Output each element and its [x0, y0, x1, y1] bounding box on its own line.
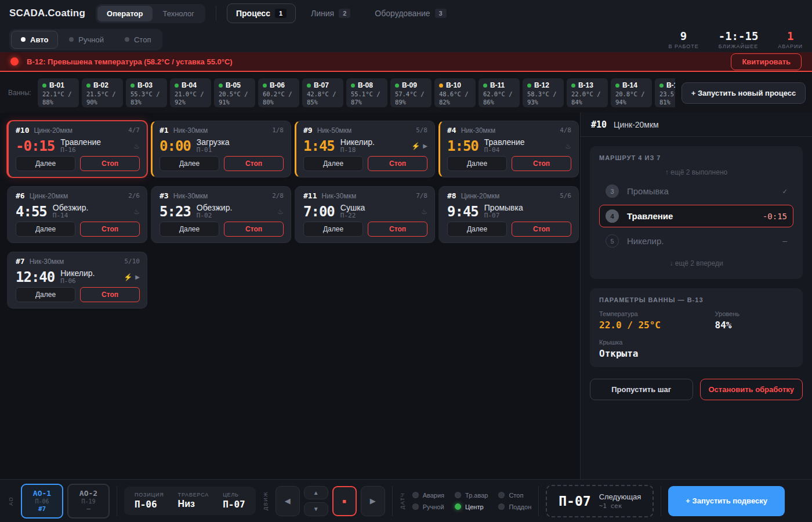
- process-card-body: 4:55 Обезжир. П-14 ♨ ⚡ ▶: [16, 201, 140, 222]
- process-step-name: Обезжир.: [53, 203, 89, 212]
- bath-id-row: B-14: [615, 81, 647, 89]
- lightning-icon: ⚡: [411, 142, 420, 150]
- process-card-body: 12:40 Никелир. П-06 ♨ ⚡ ▶: [16, 267, 140, 287]
- bath-card[interactable]: B-05 20.5°C / 91%: [214, 78, 255, 107]
- bath-status-icon: [219, 84, 223, 88]
- skip-step-button[interactable]: Пропустить шаг: [590, 379, 693, 400]
- bath-card[interactable]: B-07 42.8°C / 85%: [302, 78, 343, 107]
- process-card[interactable]: #4 Ник-30мкм 4/8 1:50 Травление П-04 ♨ ⚡: [438, 121, 579, 177]
- process-card[interactable]: #6 Цинк-20мкм 2/6 4:55 Обезжир. П-14 ♨ ⚡: [7, 186, 147, 243]
- carrier-card[interactable]: АО-1 П-06 #7: [21, 484, 63, 519]
- mode-label: Авто: [30, 35, 48, 44]
- new-process-button[interactable]: + Запустить новый процесс: [682, 82, 806, 104]
- stop-process-button[interactable]: Стоп: [224, 222, 284, 237]
- next-step-button[interactable]: Далее: [303, 156, 363, 171]
- header-divider: [216, 6, 216, 21]
- route-step: 3 Промывка ✓: [599, 180, 793, 202]
- stop-process-button[interactable]: Стоп: [224, 156, 284, 171]
- process-position: П-16: [60, 147, 101, 154]
- nav-tab[interactable]: Процесс 1: [227, 3, 296, 23]
- halt-processing-button[interactable]: Остановить обработку: [700, 379, 803, 400]
- stop-process-button[interactable]: Стоп: [80, 156, 140, 171]
- next-step-button[interactable]: Далее: [447, 156, 507, 171]
- next-step-button[interactable]: Далее: [160, 222, 219, 237]
- launch-carrier-button[interactable]: + Запустить подвеску: [668, 486, 785, 516]
- process-progress: 7/8: [416, 192, 427, 200]
- process-id: #4: [447, 126, 456, 135]
- next-step-button[interactable]: Далее: [303, 222, 363, 237]
- bath-card[interactable]: B-14 20.8°C / 94%: [611, 78, 652, 107]
- nav-tab-label: Оборудование: [375, 9, 430, 18]
- bath-card[interactable]: B-03 55.3°C / 83%: [126, 78, 167, 107]
- process-card[interactable]: #3 Ник-30мкм 2/8 5:23 Обезжир. П-02 ♨ ⚡: [151, 186, 291, 243]
- bath-card[interactable]: B-10 48.6°C / 82%: [434, 78, 476, 107]
- bath-status-icon: [130, 84, 135, 88]
- carrier-card[interactable]: АО-2 П-19 —: [67, 484, 110, 519]
- stop-process-button[interactable]: Стоп: [80, 222, 140, 237]
- move-down-button[interactable]: ▼: [304, 502, 328, 516]
- bath-card[interactable]: B-12 58.3°C / 93%: [523, 78, 564, 107]
- bath-card[interactable]: B-09 57.4°C / 89%: [390, 78, 432, 107]
- next-step-button[interactable]: Далее: [16, 222, 75, 237]
- process-card-body: 0:00 Загрузка П-01 ♨ ⚡ ▶: [160, 136, 284, 156]
- bath-card[interactable]: B-04 21.0°C / 92%: [170, 78, 211, 107]
- process-step-block: Никелир. П-06: [60, 269, 95, 285]
- bath-status-icon: [175, 84, 179, 88]
- bath-card[interactable]: B-13 22.0°C / 84%: [567, 78, 608, 107]
- move-left-button[interactable]: ◀: [276, 486, 300, 516]
- process-position: П-07: [484, 212, 523, 220]
- stop-process-button[interactable]: Стоп: [368, 156, 427, 171]
- mode-option[interactable]: Авто: [11, 31, 58, 49]
- process-card-header: #8 Цинк-20мкм 5/6: [447, 191, 571, 200]
- bath-readings: 21.0°C / 92%: [175, 90, 206, 106]
- bath-id-row: B-10: [439, 81, 471, 89]
- process-id: #7: [16, 257, 25, 266]
- process-card-body: 5:23 Обезжир. П-02 ♨ ⚡ ▶: [160, 201, 284, 222]
- mode-label: Ручной: [78, 35, 104, 44]
- sensor-indicator-grid: Авария Ручной Тр.авар Центр: [412, 492, 532, 510]
- role-tab[interactable]: Технолог: [154, 6, 204, 21]
- bath-strip-label: Ванны:: [8, 89, 31, 97]
- bath-level: 85%: [307, 99, 339, 107]
- acknowledge-button[interactable]: Квитировать: [731, 53, 802, 70]
- bath-status-icon: [571, 84, 575, 88]
- bath-id-row: B-02: [86, 81, 118, 89]
- stop-process-button[interactable]: Стоп: [512, 222, 571, 237]
- mode-option[interactable]: Ручной: [59, 31, 114, 49]
- bath-card[interactable]: B-08 55.1°C / 87%: [346, 78, 387, 107]
- next-step-button[interactable]: Далее: [16, 287, 75, 302]
- role-tab[interactable]: Оператор: [97, 6, 152, 21]
- stop-process-button[interactable]: Стоп: [512, 156, 571, 171]
- next-step-button[interactable]: Далее: [16, 156, 75, 171]
- move-right-button[interactable]: ▶: [361, 486, 385, 516]
- stop-process-button[interactable]: Стоп: [80, 287, 140, 302]
- carrier-load: —: [86, 505, 90, 513]
- next-step-button[interactable]: Далее: [447, 222, 507, 237]
- move-up-button[interactable]: ▲: [304, 486, 328, 500]
- bath-card[interactable]: B-01 22.1°C / 88%: [38, 78, 79, 107]
- bath-card[interactable]: B-02 21.5°C / 90%: [82, 78, 123, 107]
- process-card[interactable]: #1 Ник-30мкм 1/8 0:00 Загрузка П-01 ♨ ⚡: [151, 121, 291, 177]
- process-card[interactable]: #7 Ник-30мкм 5/10 12:40 Никелир. П-06 ♨ …: [7, 252, 147, 309]
- bath-temp: 20.8°C /: [615, 90, 647, 99]
- stop-process-button[interactable]: Стоп: [368, 222, 427, 237]
- stat-value: 1: [787, 30, 793, 42]
- detail-panel: #10 Цинк-20мкм МАРШРУТ 4 ИЗ 7 ↑ ещё 2 вы…: [580, 113, 812, 479]
- route-step-label: Никелир.: [627, 236, 664, 246]
- process-card-header: #1 Ник-30мкм 1/8: [160, 126, 284, 135]
- bath-card[interactable]: B-11 62.0°C / 86%: [478, 78, 520, 107]
- nav-tab-badge: 2: [339, 9, 350, 18]
- process-card[interactable]: #10 Цинк-20мкм 4/7 -0:15 Травление П-16 …: [7, 121, 147, 177]
- process-card[interactable]: #8 Цинк-20мкм 5/6 9:45 Промывка П-07 ♨ ⚡: [438, 186, 579, 243]
- process-card[interactable]: #9 Ник-50мкм 5/8 1:45 Никелир. П-18 ♨ ⚡: [295, 121, 435, 177]
- process-card[interactable]: #11 Ник-30мкм 7/8 7:00 Сушка П-22 ♨ ⚡: [295, 186, 435, 243]
- sensor-indicator: Авария: [412, 492, 444, 499]
- nav-tab[interactable]: Оборудование 3: [365, 3, 455, 23]
- bath-readings: 21.5°C / 90%: [86, 90, 118, 106]
- move-stop-button[interactable]: ■: [332, 486, 357, 516]
- nav-tab[interactable]: Линия 2: [302, 3, 360, 23]
- process-card-actions: Далее Стоп: [303, 156, 427, 171]
- next-step-button[interactable]: Далее: [160, 156, 219, 171]
- mode-option[interactable]: Стоп: [115, 31, 161, 49]
- bath-card[interactable]: B-06 60.2°C / 80%: [258, 78, 299, 107]
